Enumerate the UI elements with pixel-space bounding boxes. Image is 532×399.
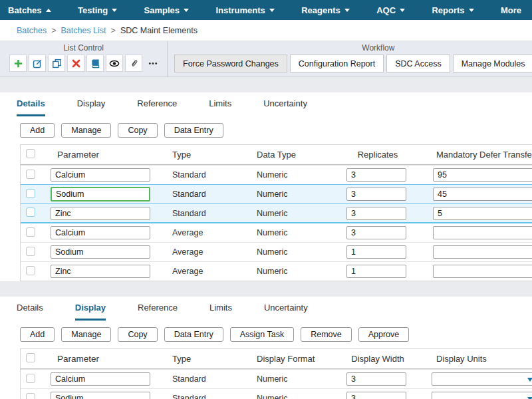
nav-item-samples[interactable]: Samples bbox=[138, 0, 196, 20]
breadcrumb-link-batches-list[interactable]: Batches List bbox=[61, 26, 106, 35]
tab-details[interactable]: Details bbox=[17, 93, 45, 116]
display-width-input[interactable] bbox=[346, 392, 406, 399]
add-button[interactable]: Add bbox=[20, 123, 55, 138]
force-password-changes-button[interactable]: Force Password Changes bbox=[174, 55, 287, 72]
row-checkbox[interactable] bbox=[26, 266, 35, 275]
row-checkbox[interactable] bbox=[26, 170, 35, 179]
table-row: Standard Numeric bbox=[21, 203, 532, 223]
display-units-dropdown[interactable] bbox=[432, 372, 532, 386]
parameter-input[interactable] bbox=[51, 245, 150, 259]
row-checkbox[interactable] bbox=[26, 189, 35, 198]
eye-icon[interactable] bbox=[106, 55, 123, 72]
row-checkbox[interactable] bbox=[26, 374, 35, 383]
nav-item-label: AQC bbox=[376, 5, 396, 15]
manage-button[interactable]: Manage bbox=[61, 123, 111, 138]
mandatory-defer-input[interactable] bbox=[433, 168, 532, 182]
tab-reference[interactable]: Reference bbox=[138, 297, 178, 321]
details-tab-bar: Details Display Reference Limits Uncerta… bbox=[0, 92, 532, 116]
parameter-input[interactable] bbox=[51, 372, 150, 386]
display-width-input[interactable] bbox=[346, 372, 406, 386]
nav-item-label: Instruments bbox=[215, 5, 265, 15]
column-header-type: Type bbox=[168, 354, 245, 364]
mandatory-defer-input[interactable] bbox=[433, 265, 532, 278]
nav-item-batches[interactable]: Batches bbox=[1, 0, 58, 20]
parameter-input[interactable] bbox=[51, 168, 150, 182]
data-type-value: Numeric bbox=[245, 209, 334, 218]
row-checkbox[interactable] bbox=[26, 227, 35, 237]
data-type-value: Numeric bbox=[245, 247, 334, 257]
nav-item-reports[interactable]: Reports bbox=[425, 0, 480, 20]
column-header-mandatory-defer-transfer: Mandatory Defer Transfe bbox=[421, 150, 532, 160]
display-format-value: Numeric bbox=[245, 394, 334, 399]
replicates-input[interactable] bbox=[346, 168, 406, 182]
manage-button[interactable]: Manage bbox=[61, 327, 111, 342]
mandatory-defer-input[interactable] bbox=[433, 188, 532, 201]
select-all-checkbox[interactable] bbox=[26, 353, 35, 362]
row-checkbox[interactable] bbox=[26, 207, 35, 217]
sdc-access-button[interactable]: SDC Access bbox=[386, 55, 450, 72]
approve-button[interactable]: Approve bbox=[358, 327, 410, 342]
parameter-input[interactable] bbox=[51, 187, 150, 201]
tab-limits[interactable]: Limits bbox=[209, 297, 232, 321]
attachment-icon[interactable] bbox=[125, 55, 142, 72]
nav-item-reagents[interactable]: Reagents bbox=[295, 0, 356, 20]
table-row: Standard Numeric bbox=[21, 184, 532, 203]
breadcrumb-link-batches[interactable]: Batches bbox=[17, 26, 47, 35]
replicates-input[interactable] bbox=[346, 226, 406, 239]
replicates-input[interactable] bbox=[346, 207, 406, 220]
more-icon[interactable] bbox=[144, 55, 162, 72]
row-checkbox[interactable] bbox=[26, 393, 35, 399]
table-header-row: Parameter Type Data Type Replicates Mand… bbox=[21, 145, 532, 165]
nav-item-label: More bbox=[501, 5, 521, 15]
type-value: Standard bbox=[168, 209, 245, 218]
nav-item-aqc[interactable]: AQC bbox=[370, 0, 412, 20]
delete-icon[interactable] bbox=[67, 55, 84, 72]
tab-uncertainty[interactable]: Uncertainty bbox=[264, 297, 308, 321]
details-panel: Details Display Reference Limits Uncerta… bbox=[0, 92, 532, 281]
row-checkbox[interactable] bbox=[26, 247, 35, 256]
copy-button[interactable]: Copy bbox=[118, 123, 157, 138]
tab-details[interactable]: Details bbox=[17, 297, 43, 321]
tab-reference[interactable]: Reference bbox=[137, 93, 177, 116]
copy-icon[interactable] bbox=[48, 55, 65, 72]
parameter-input[interactable] bbox=[51, 207, 150, 220]
nav-item-label: Reagents bbox=[301, 5, 340, 15]
parameter-input[interactable] bbox=[51, 226, 150, 239]
replicates-input[interactable] bbox=[346, 265, 406, 278]
assign-task-button[interactable]: Assign Task bbox=[230, 327, 294, 342]
list-control-group: List Control bbox=[0, 41, 168, 76]
breadcrumb-separator: > bbox=[51, 26, 56, 35]
caret-down-icon bbox=[400, 9, 405, 12]
tab-uncertainty[interactable]: Uncertainty bbox=[263, 93, 307, 116]
column-header-display-width: Display Width bbox=[334, 354, 421, 364]
nav-item-testing[interactable]: Testing bbox=[71, 0, 124, 20]
configuration-report-button[interactable]: Configuration Report bbox=[290, 55, 384, 72]
nav-item-instruments[interactable]: Instruments bbox=[209, 0, 281, 20]
table-row: Average Numeric bbox=[21, 261, 532, 281]
parameter-input[interactable] bbox=[51, 392, 150, 399]
caret-down-icon bbox=[469, 9, 474, 12]
data-entry-button[interactable]: Data Entry bbox=[164, 327, 223, 342]
select-all-checkbox[interactable] bbox=[26, 149, 35, 158]
replicates-input[interactable] bbox=[346, 188, 406, 201]
tab-display[interactable]: Display bbox=[75, 297, 106, 321]
tab-limits[interactable]: Limits bbox=[209, 93, 231, 116]
tab-display[interactable]: Display bbox=[77, 93, 106, 116]
data-entry-button[interactable]: Data Entry bbox=[164, 123, 223, 138]
replicates-input[interactable] bbox=[346, 245, 406, 259]
mandatory-defer-input[interactable] bbox=[433, 245, 532, 259]
remove-button[interactable]: Remove bbox=[301, 327, 352, 342]
display-units-dropdown[interactable] bbox=[432, 392, 532, 399]
parameter-input[interactable] bbox=[51, 265, 150, 278]
book-icon[interactable] bbox=[86, 55, 104, 72]
add-button[interactable]: Add bbox=[20, 327, 55, 342]
table-header-row: Parameter Type Display Format Display Wi… bbox=[21, 349, 532, 369]
edit-icon[interactable] bbox=[29, 55, 46, 72]
manage-modules-button[interactable]: Manage Modules bbox=[453, 55, 532, 72]
copy-button[interactable]: Copy bbox=[118, 327, 157, 342]
main-nav: Batches Testing Samples Instruments Reag… bbox=[0, 0, 532, 20]
nav-item-more[interactable]: More bbox=[494, 0, 528, 20]
add-icon[interactable] bbox=[9, 55, 27, 72]
mandatory-defer-input[interactable] bbox=[433, 207, 532, 220]
mandatory-defer-input[interactable] bbox=[433, 226, 532, 239]
